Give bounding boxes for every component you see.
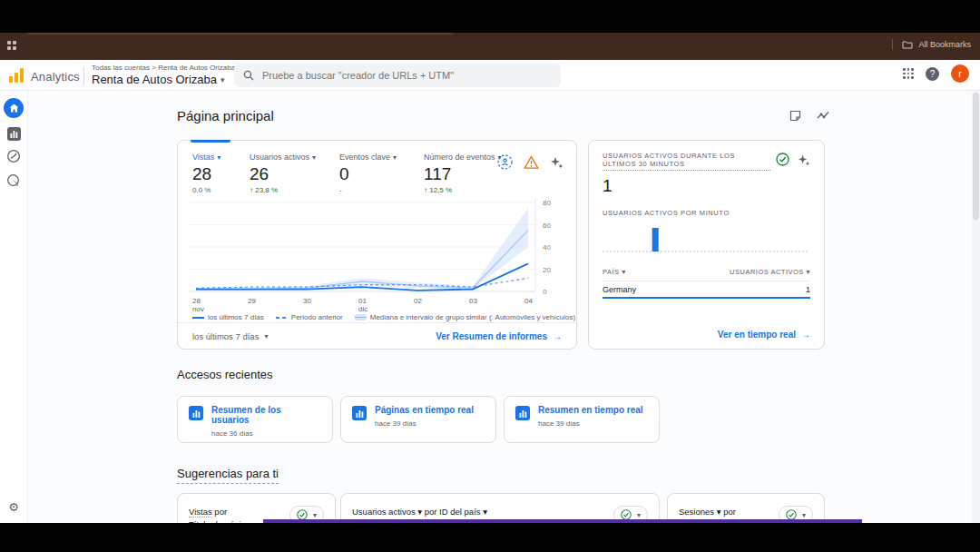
overview-card: Vistas▾ 28 0,0 % Usuarios activos▾ 26 ↑ …	[177, 140, 577, 350]
breadcrumb[interactable]: Todas las cuentas > Renta de Autos Oriza…	[92, 64, 235, 72]
svg-text:02: 02	[414, 297, 422, 305]
analytics-logo-icon[interactable]	[9, 66, 24, 83]
chart-legend: los últimos 7 días Periodo anterior Medi…	[192, 313, 575, 321]
report-chart-icon	[352, 406, 367, 420]
per-minute-bar-chart	[603, 221, 809, 255]
metric-value: 117	[424, 164, 502, 184]
search-icon	[243, 70, 254, 81]
country-cell: Germany	[603, 285, 636, 294]
reports-snapshot-link[interactable]: Ver Resumen de informes →	[436, 331, 562, 341]
band-swatch	[355, 314, 367, 320]
recent-card-realtime-overview[interactable]: Resumen en tiempo realhace 39 días	[504, 396, 660, 443]
warning-icon[interactable]	[524, 155, 539, 170]
recent-link-label: Resumen en tiempo real	[538, 405, 643, 415]
nav-reports-item[interactable]	[4, 123, 24, 143]
metric-numero-eventos[interactable]: Número de eventos▾ 117 ↑ 12,5 %	[424, 153, 502, 194]
svg-text:0: 0	[543, 288, 547, 296]
overview-footer: los últimos 7 días ▾ Ver Resumen de info…	[178, 322, 576, 349]
nav-advertising-item[interactable]	[4, 171, 24, 191]
chevron-down-icon[interactable]: ▾	[393, 153, 397, 162]
check-circle-icon[interactable]	[776, 153, 789, 166]
insights-sparkle-icon[interactable]	[550, 155, 564, 169]
nav-admin-item[interactable]: ⚙	[4, 497, 24, 517]
recent-ago: hace 36 días	[211, 429, 321, 438]
chevron-down-icon[interactable]: ▾	[312, 153, 316, 162]
sampling-status-icon[interactable]	[497, 154, 513, 170]
metric-usuarios-activos[interactable]: Usuarios activos▾ 26 ↑ 23,8 %	[250, 153, 316, 194]
metric-eventos-clave[interactable]: Eventos clave▾ 0 -	[339, 153, 397, 194]
metric-value: 0	[339, 164, 397, 184]
folder-icon	[902, 40, 913, 49]
svg-text:01: 01	[358, 297, 367, 305]
advertising-icon	[6, 173, 21, 188]
svg-text:29: 29	[248, 297, 256, 305]
country-column-sort[interactable]: PAÍS ▾	[603, 268, 626, 276]
svg-text:nov: nov	[192, 305, 204, 313]
chevron-down-icon: ▾	[806, 268, 810, 276]
divider	[892, 39, 893, 50]
recent-card-realtime-pages[interactable]: Páginas en tiempo realhace 39 días	[340, 396, 496, 443]
arrow-right-icon: →	[801, 330, 810, 340]
search-input[interactable]	[262, 70, 534, 81]
date-range-select[interactable]: los últimos 7 días ▾	[192, 331, 268, 341]
table-row[interactable]: Germany 1	[603, 281, 810, 299]
per-minute-title: USUARIOS ACTIVOS POR MINUTO	[603, 209, 810, 217]
search-bar[interactable]	[234, 64, 561, 87]
active-tab-indicator	[191, 140, 230, 143]
svg-text:30: 30	[303, 297, 311, 305]
bookmarks-grid-icon[interactable]	[7, 41, 17, 51]
all-bookmarks-label: All Bookmarks	[918, 40, 971, 49]
svg-text:03: 03	[469, 297, 477, 305]
recent-ago: hace 39 días	[538, 419, 643, 428]
chevron-down-icon: ▾	[802, 511, 806, 519]
recent-section-title: Accesos recientes	[177, 368, 273, 381]
left-nav: ⚙	[0, 91, 28, 524]
svg-text:40: 40	[543, 243, 551, 251]
home-icon	[4, 98, 24, 118]
letterbox-bottom	[0, 523, 980, 552]
recent-ago: hace 39 días	[375, 419, 474, 428]
metric-vistas[interactable]: Vistas▾ 28 0,0 %	[192, 153, 220, 194]
svg-text:60: 60	[543, 222, 551, 230]
chevron-down-icon: ▾	[637, 511, 641, 519]
svg-text:28: 28	[192, 297, 201, 305]
metric-value: 28	[192, 164, 220, 184]
realtime-active-users: 1	[603, 176, 810, 196]
chevron-down-icon: ▾	[264, 332, 268, 340]
insights-sparkline-icon[interactable]	[817, 110, 830, 122]
svg-text:80: 80	[543, 199, 551, 207]
nav-explore-item[interactable]	[4, 146, 24, 166]
users-cell: 1	[806, 285, 810, 294]
realtime-card: USUARIOS ACTIVOS DURANTE LOS ÚLTIMOS 30 …	[588, 140, 825, 350]
metric-value: 26	[250, 164, 316, 184]
scrollbar[interactable]	[972, 91, 980, 524]
note-icon[interactable]	[789, 110, 801, 122]
google-apps-icon[interactable]	[903, 68, 914, 79]
arrow-right-icon: →	[553, 331, 562, 341]
help-icon[interactable]: ?	[926, 67, 939, 81]
explore-icon	[6, 149, 21, 163]
chevron-down-icon: ▾	[220, 75, 225, 84]
suggestions-section-title: Sugerencias para ti	[177, 467, 279, 484]
property-selector[interactable]: Renta de Autos Orizaba ▾	[92, 73, 225, 86]
legend-last-7-days: los últimos 7 días	[192, 313, 264, 321]
property-name: Renta de Autos Orizaba	[92, 73, 217, 86]
users-column-sort[interactable]: USUARIOS ACTIVOS ▾	[730, 268, 810, 276]
recent-link-label: Resumen de los usuarios	[211, 405, 321, 425]
svg-text:04: 04	[524, 297, 533, 305]
chevron-down-icon[interactable]: ▾	[217, 153, 220, 162]
nav-home-item[interactable]	[4, 98, 24, 118]
insights-sparkle-icon[interactable]	[798, 153, 810, 166]
all-bookmarks-button[interactable]: All Bookmarks	[892, 39, 971, 50]
trend-line-chart: 02040608028nov293001dic020304	[185, 193, 570, 313]
svg-text:20: 20	[543, 266, 551, 274]
report-chart-icon	[515, 406, 530, 420]
realtime-link[interactable]: Ver en tiempo real →	[718, 330, 810, 340]
scrollbar-thumb[interactable]	[973, 93, 979, 220]
account-avatar[interactable]: r	[951, 64, 969, 83]
solid-line-swatch	[192, 317, 204, 319]
page-title: Página principal	[177, 108, 274, 123]
recent-card-user-snapshot[interactable]: Resumen de los usuarioshace 36 días	[177, 396, 333, 443]
dashed-line-swatch	[276, 317, 288, 319]
chevron-down-icon: ▾	[622, 268, 626, 276]
